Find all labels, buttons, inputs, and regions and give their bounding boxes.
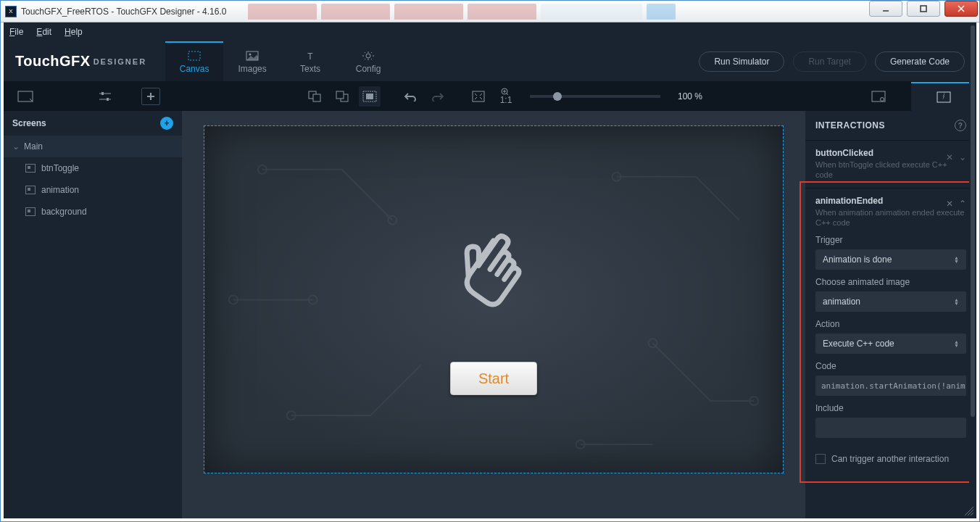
action-label: Action xyxy=(815,319,966,329)
tree-screen-main[interactable]: ⌄ Main xyxy=(4,136,182,157)
window-title: TouchGFX_FreeRTOS - TouchGFX Designer - … xyxy=(21,7,226,17)
svg-rect-22 xyxy=(473,91,484,102)
interaction-buttonclicked[interactable]: buttonClicked When btnToggle clicked exe… xyxy=(805,140,976,188)
undo-icon[interactable] xyxy=(399,86,421,107)
fit-selection-icon[interactable] xyxy=(359,86,381,107)
can-trigger-row: Can trigger another interaction xyxy=(805,445,976,473)
tab-canvas[interactable]: Canvas xyxy=(165,41,223,81)
minimize-button[interactable] xyxy=(869,1,902,17)
widget-icon xyxy=(25,164,36,173)
stepper-icon: ▲▼ xyxy=(954,340,959,347)
can-trigger-checkbox[interactable] xyxy=(815,454,826,464)
svg-point-28 xyxy=(881,98,884,102)
stepper-icon: ▲▼ xyxy=(954,256,959,263)
close-icon[interactable]: ✕ xyxy=(946,199,953,209)
maximize-button[interactable] xyxy=(907,1,940,17)
action-select[interactable]: Execute C++ code ▲▼ xyxy=(815,334,966,354)
trigger-label: Trigger xyxy=(815,235,966,245)
logo: TouchGFX DESIGNER xyxy=(4,41,158,81)
svg-point-6 xyxy=(249,53,252,55)
svg-rect-9 xyxy=(18,91,33,102)
config-icon xyxy=(362,51,375,61)
screens-header: Screens + xyxy=(4,111,182,136)
interactions-header: INTERACTIONS ? xyxy=(805,111,976,140)
properties-panel-icon[interactable] xyxy=(846,86,911,107)
svg-rect-19 xyxy=(336,91,344,99)
close-icon[interactable]: ✕ xyxy=(946,152,953,162)
canvas-icon xyxy=(188,51,201,61)
chevron-down-icon[interactable]: ⌄ xyxy=(959,152,966,162)
screens-panel: Screens + ⌄ Main btnToggle animation bac… xyxy=(4,111,182,518)
secondary-toolbar: 1:1 100 % xyxy=(4,82,976,111)
start-button[interactable]: Start xyxy=(450,362,537,395)
images-icon xyxy=(246,51,259,61)
include-input[interactable] xyxy=(815,418,966,438)
background-tabs xyxy=(226,4,866,20)
tree-item-btntoggle[interactable]: btnToggle xyxy=(4,157,182,179)
send-back-icon[interactable] xyxy=(304,86,325,107)
zoom-value: 100 % xyxy=(678,91,702,102)
widget-icon xyxy=(25,186,36,194)
tab-texts[interactable]: T Texts xyxy=(281,41,339,81)
scrollbar[interactable] xyxy=(969,111,976,504)
touch-hand-icon xyxy=(443,221,544,323)
zoom-slider[interactable] xyxy=(530,95,660,98)
svg-rect-13 xyxy=(107,98,109,101)
code-input[interactable]: animation.startAnimation(!anim xyxy=(815,376,966,396)
interactions-panel-icon[interactable] xyxy=(911,82,976,111)
chevron-down-icon: ⌄ xyxy=(12,141,21,152)
screens-tree: ⌄ Main btnToggle animation background xyxy=(4,136,182,518)
help-icon[interactable]: ? xyxy=(955,120,966,131)
svg-rect-21 xyxy=(366,94,373,99)
svg-rect-4 xyxy=(188,51,200,60)
windows-titlebar: X TouchGFX_FreeRTOS - TouchGFX Designer … xyxy=(1,1,979,22)
chevron-up-icon[interactable]: ⌃ xyxy=(959,199,966,209)
svg-text:T: T xyxy=(307,51,313,61)
run-target-button[interactable]: Run Target xyxy=(793,51,865,72)
main-toolbar: TouchGFX DESIGNER Canvas Images T Texts … xyxy=(4,41,976,82)
zoom-1to1-icon[interactable]: 1:1 xyxy=(495,86,517,107)
tree-item-animation[interactable]: animation xyxy=(4,179,182,201)
menubar: File Edit Help xyxy=(4,22,976,41)
choose-image-select[interactable]: animation ▲▼ xyxy=(815,291,966,312)
widget-icon xyxy=(25,207,36,216)
svg-point-8 xyxy=(366,54,370,58)
add-widget-button[interactable] xyxy=(141,88,160,105)
interaction-animationended[interactable]: animationEnded When animation animation … xyxy=(805,188,976,446)
resize-grip-icon[interactable] xyxy=(963,505,975,517)
menu-edit[interactable]: Edit xyxy=(36,27,51,37)
canvas-frame[interactable]: Start xyxy=(204,125,784,473)
app-frame: File Edit Help TouchGFX DESIGNER Canvas … xyxy=(4,22,976,518)
texts-icon: T xyxy=(304,51,317,61)
zoom-slider-thumb[interactable] xyxy=(553,92,562,101)
code-label: Code xyxy=(815,361,966,371)
close-button[interactable] xyxy=(944,1,978,17)
canvas-area: Start xyxy=(182,111,805,518)
svg-rect-1 xyxy=(921,6,926,12)
redo-icon[interactable] xyxy=(427,86,449,107)
tree-item-background[interactable]: background xyxy=(4,201,182,223)
tab-images[interactable]: Images xyxy=(223,41,281,81)
svg-rect-11 xyxy=(101,92,104,95)
include-label: Include xyxy=(815,403,966,413)
choose-image-label: Choose animated image xyxy=(815,277,966,287)
bring-front-icon[interactable] xyxy=(331,86,353,107)
fit-screen-icon[interactable] xyxy=(468,86,489,107)
trigger-select[interactable]: Animation is done ▲▼ xyxy=(815,249,966,270)
add-screen-button[interactable]: + xyxy=(160,117,173,130)
svg-point-31 xyxy=(388,216,396,225)
stepper-icon: ▲▼ xyxy=(954,298,959,305)
menu-file[interactable]: File xyxy=(9,27,23,37)
interactions-panel: INTERACTIONS ? buttonClicked When btnTog… xyxy=(805,111,976,518)
generate-code-button[interactable]: Generate Code xyxy=(875,51,965,72)
app-icon: X xyxy=(5,6,17,17)
svg-rect-17 xyxy=(313,94,320,102)
scrollbar-thumb[interactable] xyxy=(971,111,975,417)
sliders-tool-icon[interactable] xyxy=(83,82,127,111)
tab-config[interactable]: Config xyxy=(339,41,397,81)
menu-help[interactable]: Help xyxy=(65,27,83,37)
screen-tool-icon[interactable] xyxy=(4,82,47,111)
svg-rect-27 xyxy=(872,91,885,102)
run-simulator-button[interactable]: Run Simulator xyxy=(699,51,784,72)
